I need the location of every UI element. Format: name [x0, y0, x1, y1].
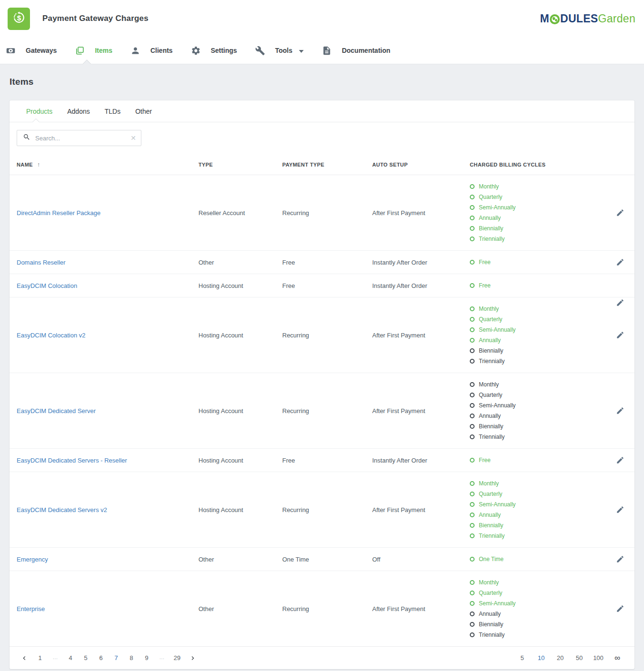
- nav-item-tools[interactable]: Tools: [255, 37, 313, 64]
- column-header-type[interactable]: TYPE: [198, 162, 282, 168]
- item-auto-setup-cell: After First Payment: [372, 605, 470, 612]
- edit-pencil-icon[interactable]: [616, 298, 624, 307]
- billing-cycle-label: Monthly: [479, 183, 499, 190]
- actions-cell: [616, 555, 634, 563]
- page-number-4[interactable]: 4: [64, 654, 77, 661]
- item-name-link[interactable]: EasyDCIM Colocation: [17, 282, 77, 289]
- search-input[interactable]: [35, 135, 130, 142]
- page-number-6[interactable]: 6: [95, 654, 107, 661]
- edit-pencil-icon[interactable]: [616, 604, 624, 613]
- billing-cycle-label: Quarterly: [479, 392, 502, 398]
- item-name-link[interactable]: Emergency: [17, 556, 48, 563]
- page-size-100[interactable]: 100: [592, 654, 604, 661]
- column-header-auto-setup[interactable]: AUTO SETUP: [372, 162, 470, 168]
- edit-pencil-icon[interactable]: [616, 406, 624, 415]
- item-name-link[interactable]: Enterprise: [17, 605, 45, 612]
- item-type-cell: Reseller Account: [198, 209, 282, 217]
- billing-cycle-label: Semi-Annually: [479, 600, 515, 607]
- charged-billing-cycles-cell: Free: [470, 251, 605, 274]
- brand-garden: Garden: [598, 12, 635, 25]
- chevron-left-icon[interactable]: [19, 653, 30, 663]
- page-size-5[interactable]: 5: [516, 654, 528, 661]
- edit-pencil-icon[interactable]: [616, 555, 624, 563]
- page-number-29[interactable]: 29: [171, 654, 183, 661]
- page-number-1[interactable]: 1: [34, 654, 46, 661]
- page-number-9[interactable]: 9: [140, 654, 153, 661]
- circle-icon: [470, 533, 475, 538]
- billing-cycle-label: Semi-Annually: [479, 326, 515, 333]
- tab-addons[interactable]: Addons: [67, 108, 89, 115]
- globe-icon: [550, 14, 560, 24]
- chevron-right-icon[interactable]: [188, 653, 198, 663]
- billing-cycle-label: Quarterly: [479, 491, 502, 497]
- item-name-cell: EasyDCIM Colocation: [17, 282, 198, 289]
- page-number-8[interactable]: 8: [125, 654, 138, 661]
- item-name-link[interactable]: EasyDCIM Dedicated Servers - Reseller: [17, 457, 127, 464]
- column-header-charged-billing-cycles[interactable]: CHARGED BILLING CYCLES: [470, 162, 605, 168]
- tab-other[interactable]: Other: [135, 108, 152, 115]
- circle-icon: [470, 414, 475, 418]
- tab-products[interactable]: Products: [26, 108, 52, 115]
- page-size-10[interactable]: 10: [535, 654, 547, 661]
- item-name-link[interactable]: EasyDCIM Colocation v2: [17, 332, 86, 339]
- circle-icon: [470, 260, 475, 265]
- page-size-20[interactable]: 20: [554, 654, 566, 661]
- billing-cycle-label: Biennially: [479, 522, 503, 529]
- item-auto-setup-cell: After First Payment: [372, 209, 470, 217]
- charged-billing-cycles-cell: MonthlyQuarterlySemi-AnnuallyAnnuallyBie…: [470, 175, 605, 250]
- billing-cycle-triennially: Triennially: [470, 630, 605, 640]
- billing-cycle-free: Free: [470, 280, 605, 291]
- table-row: EasyDCIM Dedicated Servers - ResellerHos…: [10, 449, 634, 472]
- item-name-link[interactable]: DirectAdmin Reseller Package: [17, 209, 100, 217]
- page-title: Items: [10, 77, 634, 87]
- billing-cycle-label: Triennially: [479, 533, 505, 539]
- circle-icon: [470, 327, 475, 332]
- billing-cycle-label: Quarterly: [479, 194, 502, 200]
- tab-tlds[interactable]: TLDs: [105, 108, 120, 115]
- billing-cycle-one-time: One Time: [470, 554, 605, 564]
- edit-pencil-icon[interactable]: [616, 258, 624, 266]
- billing-cycle-quarterly: Quarterly: [470, 192, 605, 202]
- circle-icon: [470, 317, 475, 322]
- billing-cycle-semi-annually: Semi-Annually: [470, 400, 605, 411]
- page-number-7[interactable]: 7: [110, 654, 122, 661]
- nav-item-settings[interactable]: Settings: [191, 37, 246, 64]
- circle-icon: [470, 601, 475, 606]
- billing-cycle-label: Triennially: [479, 632, 505, 638]
- edit-pencil-icon[interactable]: [616, 331, 624, 339]
- page-number-5[interactable]: 5: [79, 654, 92, 661]
- page-size-50[interactable]: 50: [573, 654, 585, 661]
- item-name-cell: Enterprise: [17, 605, 198, 612]
- item-name-cell: EasyDCIM Dedicated Server: [17, 407, 198, 414]
- billing-cycle-triennially: Triennially: [470, 432, 605, 442]
- nav-item-clients[interactable]: Clients: [130, 37, 182, 64]
- edit-pencil-icon[interactable]: [616, 456, 624, 464]
- nav-item-label: Settings: [211, 47, 237, 54]
- edit-pencil-icon[interactable]: [616, 505, 624, 514]
- table-row: EmergencyOtherOne TimeOffOne Time: [10, 548, 634, 571]
- item-name-link[interactable]: EasyDCIM Dedicated Servers v2: [17, 506, 107, 513]
- nav-item-label: Items: [95, 47, 112, 54]
- column-header-payment-type[interactable]: PAYMENT TYPE: [282, 162, 372, 168]
- item-auto-setup-cell: After First Payment: [372, 332, 470, 339]
- page-size-infinity[interactable]: ∞: [611, 653, 624, 663]
- billing-cycle-biennially: Biennially: [470, 223, 605, 234]
- edit-pencil-icon[interactable]: [616, 208, 624, 217]
- item-name-cell: EasyDCIM Dedicated Servers - Reseller: [17, 457, 198, 464]
- nav-item-documentation[interactable]: Documentation: [322, 37, 399, 64]
- actions-cell: [616, 331, 634, 339]
- billing-cycle-label: Triennially: [479, 434, 505, 440]
- page-ellipsis: …: [49, 654, 61, 661]
- item-name-link[interactable]: Domains Reseller: [17, 259, 66, 266]
- page-size-options: 5102050100∞: [513, 653, 627, 663]
- billing-cycle-annually: Annually: [470, 609, 605, 619]
- item-type-tabs: ProductsAddonsTLDsOther: [10, 100, 634, 122]
- column-header-name[interactable]: NAME ↑: [17, 161, 198, 168]
- close-icon[interactable]: ✕: [130, 135, 136, 141]
- nav-item-items[interactable]: Items: [75, 37, 121, 64]
- billing-cycle-label: Biennially: [479, 347, 503, 354]
- item-name-cell: DirectAdmin Reseller Package: [17, 209, 198, 217]
- billing-cycle-biennially: Biennially: [470, 619, 605, 630]
- nav-item-gateways[interactable]: Gateways: [6, 37, 66, 64]
- item-name-link[interactable]: EasyDCIM Dedicated Server: [17, 407, 96, 414]
